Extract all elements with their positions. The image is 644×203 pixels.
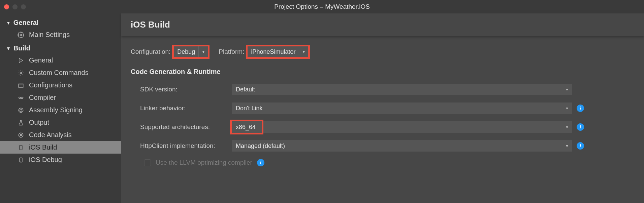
sidebar-section-label: General	[13, 19, 38, 27]
window-title: Project Options – MyWeather.iOS	[274, 3, 370, 10]
box-icon	[17, 82, 25, 88]
sidebar-section-general[interactable]: ▼ General	[0, 17, 121, 29]
sidebar-item-custom-commands[interactable]: Custom Commands	[0, 67, 121, 79]
sidebar-item-configurations[interactable]: Configurations	[0, 79, 121, 91]
svg-point-5	[19, 97, 21, 98]
svg-point-2	[20, 72, 22, 74]
traffic-lights	[4, 4, 26, 9]
zoom-button[interactable]	[21, 4, 26, 9]
sidebar-item-label: Compiler	[29, 94, 56, 102]
sidebar-item-label: General	[29, 56, 53, 64]
configuration-value: Debug	[174, 48, 198, 55]
sidebar-item-label: iOS Build	[29, 144, 57, 151]
gear-icon	[17, 70, 25, 76]
titlebar: Project Options – MyWeather.iOS	[0, 0, 644, 13]
sidebar-item-label: Assembly Signing	[29, 106, 83, 114]
sidebar-section-build[interactable]: ▼ Build	[0, 42, 121, 54]
svg-point-12	[20, 134, 22, 136]
disclosure-triangle-icon: ▼	[6, 46, 11, 51]
flask-icon	[17, 120, 25, 126]
arch-combobox[interactable]: x86_64 ▼	[232, 121, 572, 133]
svg-point-6	[21, 97, 23, 98]
content-pane: iOS Build Configuration: Debug ▼ Platfor…	[121, 13, 644, 203]
caret-down-icon: ▼	[562, 121, 572, 133]
svg-rect-3	[19, 84, 23, 87]
linker-dropdown[interactable]: Don't Link ▼	[232, 103, 572, 114]
config-row: Configuration: Debug ▼ Platform: iPhoneS…	[131, 46, 635, 57]
sidebar-section-label: Build	[13, 44, 30, 52]
caret-down-icon: ▼	[299, 46, 308, 57]
content-header: iOS Build	[121, 13, 644, 36]
llvm-checkbox[interactable]	[144, 159, 151, 166]
caret-down-icon: ▼	[562, 103, 572, 114]
sidebar-item-label: iOS Debug	[29, 156, 62, 164]
robot-icon	[17, 94, 25, 101]
phone-icon	[17, 157, 25, 163]
caret-down-icon: ▼	[198, 46, 208, 57]
httpclient-label: HttpClient implementation:	[131, 142, 232, 150]
caret-down-icon: ▼	[562, 140, 572, 152]
sidebar-item-output[interactable]: Output	[0, 116, 121, 129]
sdk-label: SDK version:	[131, 86, 232, 93]
configuration-dropdown[interactable]: Debug ▼	[174, 46, 208, 57]
sidebar-item-label: Configurations	[29, 81, 72, 89]
sidebar-item-general[interactable]: General	[0, 54, 121, 67]
sidebar-item-label: Output	[29, 119, 49, 126]
sidebar-item-label: Custom Commands	[29, 69, 89, 77]
linker-label: Linker behavior:	[131, 105, 232, 112]
arch-value: x86_64	[232, 121, 262, 133]
configuration-label: Configuration:	[131, 48, 170, 55]
sdk-dropdown[interactable]: Default ▼	[232, 84, 572, 95]
info-icon[interactable]: i	[577, 142, 584, 150]
disclosure-triangle-icon: ▼	[6, 20, 11, 26]
platform-label: Platform:	[219, 48, 244, 55]
sidebar: ▼ General Main Settings ▼ Build General	[0, 13, 121, 203]
sidebar-item-code-analysis[interactable]: Code Analysis	[0, 129, 121, 141]
info-icon[interactable]: i	[257, 159, 264, 166]
arch-label: Supported architectures:	[131, 123, 232, 131]
linker-value: Don't Link	[232, 105, 562, 112]
play-icon	[17, 57, 25, 64]
sdk-value: Default	[232, 86, 562, 93]
svg-marker-1	[19, 58, 23, 63]
info-icon[interactable]: i	[577, 105, 584, 112]
section-title: Code Generation & Runtime	[131, 68, 635, 76]
caret-down-icon: ▼	[562, 84, 572, 95]
close-button[interactable]	[4, 4, 9, 9]
svg-point-0	[20, 34, 22, 36]
httpclient-dropdown[interactable]: Managed (default) ▼	[232, 140, 572, 152]
platform-dropdown[interactable]: iPhoneSimulator ▼	[248, 46, 308, 57]
svg-point-10	[20, 109, 22, 111]
sidebar-item-label: Main Settings	[29, 31, 70, 39]
sidebar-item-label: Code Analysis	[29, 131, 72, 139]
sidebar-item-main-settings[interactable]: Main Settings	[0, 29, 121, 41]
minimize-button[interactable]	[12, 4, 18, 9]
sidebar-item-assembly-signing[interactable]: Assembly Signing	[0, 104, 121, 116]
sidebar-item-compiler[interactable]: Compiler	[0, 91, 121, 104]
seal-icon	[17, 107, 25, 114]
info-icon[interactable]: i	[577, 123, 584, 131]
gear-icon	[17, 32, 25, 38]
httpclient-value: Managed (default)	[232, 143, 562, 150]
page-title: iOS Build	[131, 19, 635, 30]
svg-point-9	[19, 108, 23, 112]
sidebar-item-ios-debug[interactable]: iOS Debug	[0, 154, 121, 166]
target-icon	[17, 132, 25, 138]
phone-icon	[17, 144, 25, 151]
sidebar-item-ios-build[interactable]: iOS Build	[0, 141, 121, 154]
platform-value: iPhoneSimulator	[248, 48, 299, 55]
llvm-label: Use the LLVM optimizing compiler	[156, 159, 252, 166]
